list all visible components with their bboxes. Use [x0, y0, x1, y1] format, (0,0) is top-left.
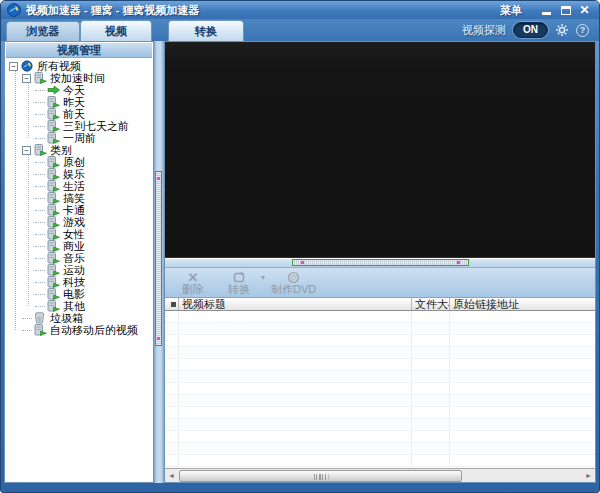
menu-button[interactable]: 菜单	[500, 3, 522, 18]
minimize-button[interactable]	[538, 3, 555, 17]
video-table-header: 视频标题 文件大小 原始链接地址	[165, 298, 595, 311]
column-file-size[interactable]: 文件大小	[412, 298, 450, 310]
video-detection-toggle[interactable]: ON	[513, 22, 548, 38]
title-bar: 视频加速器 - 狸窝 - 狸窝视频加速器 菜单 ✕	[1, 1, 599, 19]
video-toolbar: ✕ 删除 转换 ▾	[165, 267, 595, 298]
table-cell	[412, 383, 450, 394]
tree-connector	[35, 282, 45, 283]
drive-icon	[47, 96, 61, 108]
expander-minus-icon[interactable]: −	[9, 62, 18, 71]
table-cell	[165, 323, 179, 334]
splitter-dot	[157, 337, 160, 340]
logo-icon	[21, 60, 35, 72]
table-cell	[450, 383, 595, 394]
expander-minus-icon[interactable]: −	[22, 146, 31, 155]
help-icon[interactable]: ?	[576, 24, 589, 37]
table-row	[165, 347, 595, 359]
table-cell	[179, 347, 412, 358]
close-button[interactable]: ✕	[576, 3, 593, 17]
scrollbar-track[interactable]	[178, 470, 582, 482]
dvd-disc-icon	[287, 270, 300, 284]
delete-button[interactable]: ✕ 删除	[173, 268, 213, 297]
maximize-button[interactable]	[557, 3, 574, 17]
scrollbar-thumb[interactable]	[179, 470, 462, 482]
drive-icon	[34, 72, 48, 84]
expander-minus-icon[interactable]: −	[22, 74, 31, 83]
drive-icon	[47, 276, 61, 288]
table-row	[165, 419, 595, 431]
table-cell	[179, 335, 412, 346]
tree-connector	[22, 318, 32, 319]
drive-icon	[47, 192, 61, 204]
table-cell	[412, 395, 450, 406]
tab-strip: 浏览器 视频 转换 视频探测 ON ?	[1, 19, 599, 41]
table-cell	[450, 359, 595, 370]
table-cell	[450, 335, 595, 346]
table-cell	[412, 371, 450, 382]
splitter-dot	[157, 177, 160, 180]
tree-connector	[35, 126, 45, 127]
tree-connector	[35, 90, 45, 91]
convert-dropdown-caret-icon[interactable]: ▾	[261, 273, 265, 282]
table-row	[165, 359, 595, 371]
table-cell	[412, 323, 450, 334]
table-cell	[450, 431, 595, 442]
scroll-right-arrow-icon[interactable]: ►	[582, 470, 595, 482]
scroll-left-arrow-icon[interactable]: ◄	[165, 470, 178, 482]
video-table-body	[165, 311, 595, 468]
splitter-dot	[457, 261, 460, 264]
tree-connector	[35, 258, 45, 259]
table-cell	[412, 359, 450, 370]
tree-item-6[interactable]: 一周前	[5, 132, 153, 144]
tree-connector	[22, 330, 32, 331]
drive-icon	[47, 120, 61, 132]
sidebar-panel: 视频管理 −所有视频−按加速时间今天昨天前天三到七天之前一周前−类别原创娱乐生活…	[4, 41, 154, 483]
horizontal-scrollbar[interactable]: ◄ ►	[165, 468, 595, 482]
column-source-url[interactable]: 原始链接地址	[450, 298, 595, 310]
table-cell	[450, 371, 595, 382]
table-cell	[165, 359, 179, 370]
make-dvd-button[interactable]: 制作DVD	[271, 268, 316, 297]
table-row	[165, 311, 595, 323]
delete-x-icon: ✕	[188, 270, 199, 284]
gear-icon[interactable]	[555, 23, 569, 37]
table-cell	[179, 419, 412, 430]
minimize-icon	[542, 12, 551, 15]
trash-icon	[34, 312, 48, 324]
video-detection-label: 视频探测	[462, 23, 506, 38]
tree-connector	[35, 246, 45, 247]
convert-button[interactable]: 转换	[219, 268, 259, 297]
table-cell	[165, 443, 179, 454]
tab-browser[interactable]: 浏览器	[6, 21, 80, 41]
table-cell	[179, 323, 412, 334]
delete-label: 删除	[182, 284, 204, 295]
tree-connector	[35, 162, 45, 163]
tab-video[interactable]: 视频	[80, 20, 152, 41]
table-row	[165, 383, 595, 395]
table-row	[165, 335, 595, 347]
drive-icon	[47, 204, 61, 216]
main-area: 视频管理 −所有视频−按加速时间今天昨天前天三到七天之前一周前−类别原创娱乐生活…	[4, 41, 596, 483]
table-cell	[165, 371, 179, 382]
table-cell	[179, 395, 412, 406]
tab-convert[interactable]: 转换	[168, 20, 244, 41]
tree-connector	[35, 294, 45, 295]
row-marker-header[interactable]	[165, 298, 179, 310]
video-tree: −所有视频−按加速时间今天昨天前天三到七天之前一周前−类别原创娱乐生活搞笑卡通游…	[5, 60, 153, 336]
column-video-title[interactable]: 视频标题	[179, 298, 412, 310]
tree-item-22[interactable]: 自动移动后的视频	[5, 324, 153, 336]
horizontal-splitter-handle[interactable]	[292, 259, 469, 266]
table-cell	[450, 407, 595, 418]
tree-connector	[35, 210, 45, 211]
table-cell	[450, 395, 595, 406]
table-cell	[179, 371, 412, 382]
table-cell	[450, 347, 595, 358]
drive-icon	[47, 252, 61, 264]
table-cell	[165, 383, 179, 394]
table-cell	[165, 455, 179, 466]
make-dvd-label: 制作DVD	[271, 284, 316, 295]
drive-icon	[47, 168, 61, 180]
video-preview-area	[165, 42, 595, 258]
vertical-splitter-handle[interactable]	[155, 171, 162, 346]
drive-icon	[47, 156, 61, 168]
